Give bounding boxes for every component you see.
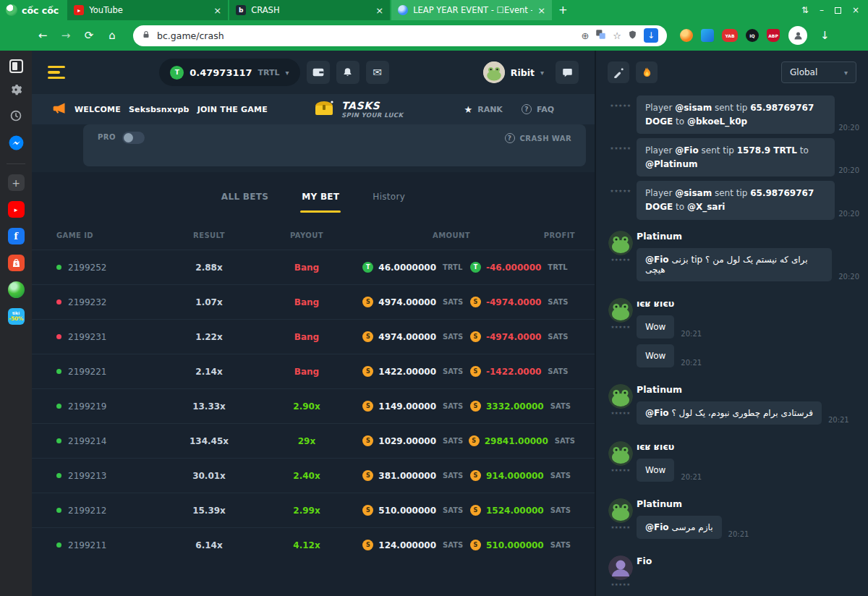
- new-tab-button[interactable]: +: [553, 4, 572, 17]
- to-user[interactable]: @bkoeL_k0p: [687, 116, 747, 127]
- table-row[interactable]: 219921215.39x2.99xS510.000000SATSS1524.0…: [32, 493, 595, 527]
- tab-history[interactable]: History: [373, 192, 405, 213]
- shopee-shortcut[interactable]: S: [8, 255, 25, 271]
- chat-channel-select[interactable]: Global ▾: [781, 61, 856, 83]
- close-window-button[interactable]: ×: [852, 5, 859, 15]
- add-shortcut-button[interactable]: +: [8, 174, 25, 191]
- from-user[interactable]: @sisam: [675, 188, 712, 198]
- translate-icon[interactable]: [595, 29, 606, 42]
- coccoc-ball-icon[interactable]: [8, 281, 25, 298]
- faq-link[interactable]: ? FAQ: [522, 104, 554, 114]
- notifications-bell-button[interactable]: [336, 61, 359, 84]
- youtube-shortcut[interactable]: ▸: [8, 201, 25, 218]
- chat-username[interactable]: Fio: [637, 555, 859, 566]
- coccoc-menu[interactable]: cốc cốc: [0, 0, 67, 20]
- extension-icon[interactable]: [701, 29, 714, 42]
- tab-title: YouTube: [89, 5, 208, 15]
- reload-button[interactable]: ⟳: [80, 29, 98, 42]
- user-avatar[interactable]: [608, 498, 633, 523]
- table-row[interactable]: 21992311.22xBangS4974.00000SATSS-4974.00…: [32, 319, 595, 354]
- browser-profile-button[interactable]: [788, 26, 807, 45]
- chat-toggle-button[interactable]: [556, 61, 579, 84]
- chat-username[interactable]: Platinum: [637, 498, 859, 509]
- table-row[interactable]: 2199214134.45x29xS1029.00000SATSS29841.0…: [32, 423, 595, 458]
- to-user[interactable]: @Platinum: [645, 159, 697, 169]
- tab-leap-year-event[interactable]: LEAP YEAR EVENT - ☐Event - ×: [391, 0, 552, 20]
- home-button[interactable]: ⌂: [103, 29, 122, 42]
- tab-my-bet[interactable]: MY BET: [302, 192, 339, 213]
- wallet-button[interactable]: [307, 61, 330, 84]
- pro-toggle[interactable]: [122, 132, 145, 144]
- level-stars: ★★★★★: [605, 95, 637, 134]
- tasks-subtitle: SPIN YOUR LUCK: [341, 111, 404, 119]
- tip-amount: 1578.9 TRTL: [737, 145, 797, 156]
- mention[interactable]: @Fio: [645, 255, 669, 265]
- tab-youtube[interactable]: ▸ YouTube ×: [67, 0, 228, 20]
- tab-all-bets[interactable]: ALL BETS: [221, 192, 268, 213]
- crash-war-link[interactable]: ? CRASH WAR: [505, 133, 571, 143]
- table-row[interactable]: 21992321.07xBangS4974.00000SATSS-4974.00…: [32, 284, 595, 319]
- user-avatar[interactable]: [608, 555, 633, 580]
- tab-crash[interactable]: b CRASH ×: [229, 0, 390, 20]
- balance-selector[interactable]: T 0.47973117 TRTL ▾: [159, 59, 299, 86]
- user-avatar[interactable]: [608, 231, 633, 255]
- messages-button[interactable]: ✉: [366, 61, 389, 84]
- video-download-icon[interactable]: ↓: [644, 28, 658, 43]
- table-row[interactable]: 21992522.88xBangT46.0000000TRTLT-46.0000…: [32, 250, 595, 284]
- bookmark-star-icon[interactable]: ☆: [613, 30, 621, 41]
- chat-bubble: @Fio بزنی tip برای که نیستم یک لول من ؟ …: [637, 248, 832, 281]
- from-user[interactable]: @sisam: [675, 103, 712, 113]
- zoom-icon[interactable]: ⊕: [581, 30, 589, 41]
- extension-icon[interactable]: [680, 29, 693, 42]
- user-menu[interactable]: Ribit ▾: [483, 61, 544, 83]
- session-restore-icon[interactable]: ⇅: [801, 5, 809, 15]
- mention[interactable]: @Fio: [645, 522, 669, 532]
- mention[interactable]: @Fio: [645, 408, 669, 418]
- from-user[interactable]: @Fio: [675, 145, 699, 156]
- chat-rules-button[interactable]: [608, 61, 629, 83]
- rank-label: RANK: [477, 105, 503, 114]
- user-avatar[interactable]: [608, 384, 633, 409]
- rank-link[interactable]: ★ RANK: [464, 104, 503, 115]
- minimize-button[interactable]: –: [820, 5, 824, 15]
- status-dot-icon: [56, 542, 61, 548]
- hot-topics-button[interactable]: [636, 61, 658, 83]
- maximize-button[interactable]: [835, 7, 841, 14]
- table-row[interactable]: 21992116.14x4.12xS124.000000SATSS510.000…: [32, 527, 595, 562]
- chat-message-list[interactable]: ★★★★★Player @sisam sent tip 65.98769767 …: [596, 94, 868, 596]
- table-row[interactable]: 219921330.01x2.40xS381.000000SATSS914.00…: [32, 458, 595, 493]
- profit-value: 510.000000: [486, 540, 544, 550]
- chat-username[interactable]: Platinum: [637, 384, 859, 395]
- close-tab-icon[interactable]: ×: [537, 5, 545, 16]
- shield-icon[interactable]: [628, 29, 637, 43]
- tasks-link[interactable]: TASKS SPIN YOUR LUCK: [313, 99, 404, 119]
- user-avatar[interactable]: [608, 441, 633, 466]
- iq-extension-icon[interactable]: IQ: [746, 29, 759, 42]
- tiki-shortcut[interactable]: tiki -50%: [8, 308, 25, 325]
- chat-username[interactable]: ıєʁ ʁıєυ: [637, 441, 859, 452]
- downloads-button[interactable]: ↓: [820, 29, 830, 42]
- adblock-extension-icon[interactable]: ABP: [767, 29, 780, 42]
- to-user[interactable]: @X_sari: [687, 202, 726, 212]
- profit-cell: S-4974.0000SATS: [470, 297, 575, 307]
- user-avatar[interactable]: [608, 298, 633, 323]
- newsfeed-toggle-icon[interactable]: [9, 59, 23, 73]
- history-icon[interactable]: [9, 109, 22, 125]
- facebook-shortcut[interactable]: f: [8, 228, 25, 244]
- chat-username[interactable]: ıєʁ ʁıєυ: [637, 298, 859, 309]
- table-row[interactable]: 219921913.33x2.90xS1149.00000SATSS3332.0…: [32, 388, 595, 423]
- messenger-icon[interactable]: [9, 135, 24, 153]
- amount-currency: SATS: [443, 402, 470, 410]
- profit-value: -46.000000: [486, 263, 541, 273]
- yab-extension-icon[interactable]: YAB: [722, 29, 738, 42]
- table-row[interactable]: 21992212.14xBangS1422.00000SATSS-1422.00…: [32, 354, 595, 388]
- forward-button[interactable]: →: [56, 29, 75, 42]
- close-tab-icon[interactable]: ×: [213, 5, 221, 16]
- back-button[interactable]: ←: [33, 29, 52, 42]
- settings-gear-icon[interactable]: [9, 83, 22, 99]
- chat-username[interactable]: Platinum: [637, 231, 859, 242]
- profit-currency: SATS: [548, 367, 575, 375]
- close-tab-icon[interactable]: ×: [375, 5, 383, 16]
- address-bar[interactable]: bc.game/crash ⊕ ☆ ↓: [133, 25, 667, 46]
- menu-button[interactable]: [48, 66, 65, 80]
